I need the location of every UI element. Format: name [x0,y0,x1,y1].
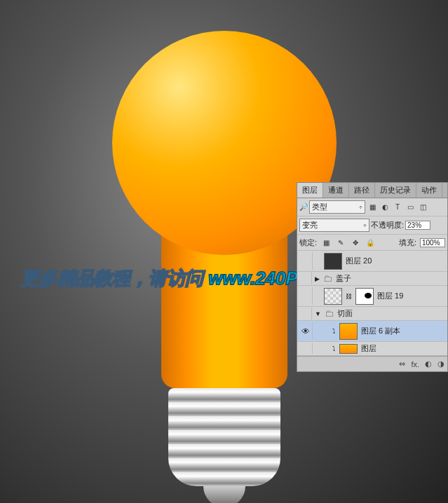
opacity-input[interactable]: 23% [405,221,430,230]
lock-position-icon[interactable]: ✥ [350,237,361,248]
blend-mode-dropdown[interactable]: 变亮 [299,219,369,232]
tab-paths[interactable]: 路径 [349,183,375,198]
opacity-label: 不透明度: [371,220,404,230]
filter-adjust-icon[interactable]: ◐ [379,202,391,213]
layer-name[interactable]: 切面 [337,308,353,319]
layer-row-6-copy[interactable]: 👁 ⤵ 图层 6 副本 [297,321,447,342]
visibility-toggle[interactable] [298,273,312,284]
visibility-toggle[interactable] [298,308,312,319]
link-layers-icon[interactable]: ⇔ [399,359,405,368]
filter-type-dropdown[interactable]: 类型 [309,200,365,214]
layer-name[interactable]: 图层 19 [377,291,403,301]
panel-tabs: 图层 通道 路径 历史记录 动作 [297,183,447,198]
blend-mode-value: 变亮 [302,220,318,230]
layer-name[interactable]: 图层 6 副本 [361,326,400,336]
layer-row-19[interactable]: ⛓ 图层 19 [297,286,447,307]
eye-icon: 👁 [301,326,310,336]
layer-row-20[interactable]: 图层 20 [297,251,447,272]
folder-icon: 🗀 [323,273,332,284]
layer-fx-icon[interactable]: fx. [411,360,419,368]
clip-indicator-icon: ⤵ [332,345,336,352]
layer-thumbnail[interactable] [324,253,342,270]
layer-thumbnail[interactable] [324,288,342,305]
lock-all-icon[interactable]: 🔒 [365,237,376,248]
layer-thumbnail[interactable] [339,323,358,340]
clip-indicator-icon: ⤵ [332,328,336,335]
layer-list: 图层 20 ▶ 🗀 盖子 ⛓ 图层 19 [297,251,447,356]
document-canvas[interactable]: 更多精品教程，请访问 www.240PS.com 图层 通道 路径 历史记录 动… [0,0,448,503]
layer-name[interactable]: 图层 20 [346,256,372,266]
panel-footer: ⇔ fx. ◐ ◑ [297,356,447,371]
bulb-screw-base [168,388,280,486]
adjustment-icon[interactable]: ◑ [437,359,444,368]
fill-label: 填充: [399,237,416,248]
visibility-toggle[interactable] [299,343,313,354]
lock-row: 锁定: ▦ ✎ ✥ 🔒 填充: 100% [297,235,447,251]
layer-name[interactable]: 盖子 [336,273,351,284]
bulb-tip [203,486,245,503]
layers-panel: 图层 通道 路径 历史记录 动作 🔎 类型 ▦ ◐ T ▭ ◫ 变亮 不透明度:… [297,182,448,372]
filter-type-label: 类型 [312,202,327,212]
layer-name[interactable]: 图层 [361,343,376,354]
fill-input[interactable]: 100% [420,238,445,247]
layer-row-partial[interactable]: ⤵ 图层 [297,342,447,356]
tab-channels[interactable]: 通道 [323,183,349,198]
visibility-toggle[interactable]: 👁 [299,322,313,340]
mask-icon[interactable]: ◐ [425,359,432,368]
filter-row: 🔎 类型 ▦ ◐ T ▭ ◫ [297,198,447,216]
filter-smart-icon[interactable]: ◫ [417,202,428,213]
bulb-neck [161,234,287,388]
mask-thumbnail[interactable] [355,288,374,305]
link-icon: ⛓ [346,293,352,300]
visibility-toggle[interactable] [299,287,313,305]
filter-type-icon[interactable]: T [392,202,403,213]
layer-thumbnail[interactable] [339,344,358,354]
layer-group-qiemian[interactable]: ▼ 🗀 切面 [297,307,447,321]
layer-group-gaizi[interactable]: ▶ 🗀 盖子 [297,272,447,286]
expand-arrow-icon[interactable]: ▼ [315,310,321,317]
tab-history[interactable]: 历史记录 [375,183,416,198]
lock-pixels-icon[interactable]: ▦ [320,237,332,248]
tab-layers[interactable]: 图层 [297,183,323,198]
watermark-label: 更多精品教程，请访问 [21,268,208,289]
folder-icon: 🗀 [325,308,334,319]
search-icon[interactable]: 🔎 [299,203,308,211]
expand-arrow-icon[interactable]: ▶ [315,275,320,282]
lock-label: 锁定: [299,237,317,248]
filter-pixel-icon[interactable]: ▦ [367,202,378,213]
tab-actions[interactable]: 动作 [416,183,442,198]
lock-brush-icon[interactable]: ✎ [335,237,346,248]
visibility-toggle[interactable] [299,252,313,270]
filter-shape-icon[interactable]: ▭ [405,202,416,213]
blend-row: 变亮 不透明度: 23% [297,216,447,235]
